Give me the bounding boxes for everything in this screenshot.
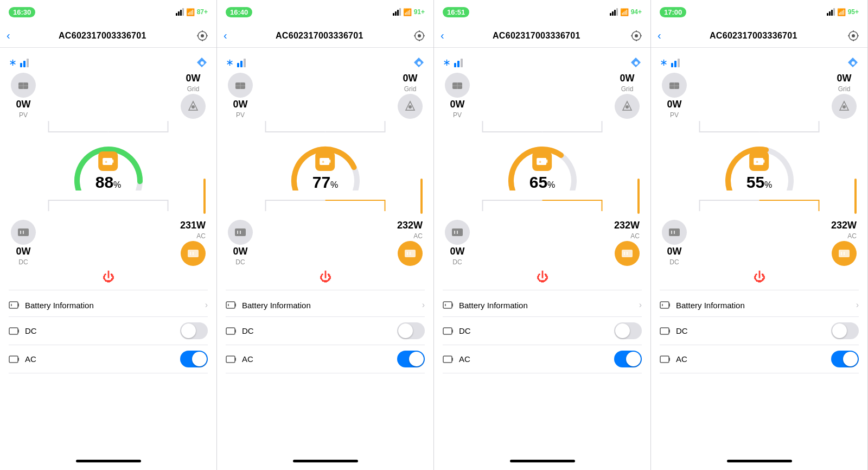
home-indicator bbox=[651, 452, 867, 470]
back-button[interactable]: ‹ bbox=[224, 29, 227, 42]
ac-toggle-knob bbox=[626, 352, 641, 366]
pv-item: 0W PV bbox=[11, 73, 36, 119]
ac-toggle-row: AC bbox=[660, 345, 859, 373]
pv-label: PV bbox=[453, 111, 462, 119]
signal-icon bbox=[393, 8, 401, 16]
back-button[interactable]: ‹ bbox=[658, 29, 661, 42]
pv-item: 0W PV bbox=[228, 73, 253, 119]
connector-top bbox=[9, 121, 208, 137]
connector-bottom bbox=[9, 195, 208, 211]
dc-toggle-icon bbox=[9, 327, 20, 335]
power-button[interactable]: ⏻ bbox=[754, 270, 765, 284]
dc-icon bbox=[11, 220, 36, 245]
svg-rect-122 bbox=[660, 356, 669, 363]
grid-icon bbox=[615, 94, 640, 119]
dc-toggle-switch[interactable] bbox=[397, 322, 425, 339]
connector-bottom bbox=[443, 195, 642, 211]
connector-bottom bbox=[226, 195, 425, 211]
grid-watts: 0W bbox=[620, 73, 635, 84]
connector-top bbox=[660, 121, 859, 137]
battery-info-row[interactable]: Battery Information › bbox=[443, 294, 642, 317]
svg-point-32 bbox=[418, 34, 421, 37]
back-button[interactable]: ‹ bbox=[441, 29, 444, 42]
diamond-icon: ⬣ bbox=[413, 56, 425, 68]
nav-title: AC602317003336701 bbox=[276, 31, 363, 41]
battery-gauge: + 77 % bbox=[285, 142, 366, 190]
phone-panel-panel4: 17:00 📶 95+ ‹ AC602317003336701 bbox=[651, 0, 868, 470]
back-button[interactable]: ‹ bbox=[7, 29, 10, 42]
nav-bar: ‹ AC602317003336701 bbox=[434, 24, 650, 48]
icons-row: ∗ ⬣ bbox=[660, 54, 859, 73]
ac-toggle-switch[interactable] bbox=[180, 351, 208, 367]
dc-icon bbox=[445, 220, 470, 245]
power-button-area: ⏻ bbox=[443, 270, 642, 284]
top-power-row: 0W PV 0W Grid bbox=[226, 73, 425, 119]
pv-watts: 0W bbox=[16, 99, 31, 110]
ac-toggle-left: AC bbox=[443, 354, 470, 364]
dc-toggle-switch[interactable] bbox=[614, 322, 642, 339]
dc-item: 0W DC bbox=[662, 220, 687, 266]
power-bar-indicator bbox=[203, 179, 206, 214]
svg-rect-56 bbox=[235, 303, 236, 307]
svg-point-1 bbox=[201, 34, 204, 37]
power-button[interactable]: ⏻ bbox=[320, 270, 331, 284]
dc-item: 0W DC bbox=[11, 220, 36, 266]
svg-rect-77 bbox=[537, 158, 546, 165]
battery-info-row[interactable]: Battery Information › bbox=[660, 294, 859, 317]
pv-icon bbox=[228, 73, 253, 98]
grid-icon bbox=[181, 94, 206, 119]
scan-button[interactable] bbox=[629, 28, 644, 43]
pv-watts: 0W bbox=[450, 99, 465, 110]
nav-bar: ‹ AC602317003336701 bbox=[217, 24, 433, 48]
dc-watts: 0W bbox=[667, 246, 682, 257]
ac-toggle-knob bbox=[409, 352, 424, 366]
battery-percent: 91+ bbox=[414, 8, 425, 16]
svg-rect-15 bbox=[103, 158, 112, 165]
signal-chart-icon bbox=[454, 58, 466, 67]
dc-toggle-icon bbox=[226, 327, 237, 335]
battery-info-row[interactable]: Battery Information › bbox=[226, 294, 425, 317]
ac-icon bbox=[832, 241, 857, 266]
battery-info-chevron: › bbox=[639, 300, 642, 310]
svg-text:+: + bbox=[539, 160, 541, 164]
ac-item: 232W AC bbox=[831, 220, 857, 266]
ac-toggle-switch[interactable] bbox=[831, 351, 859, 367]
svg-rect-27 bbox=[9, 328, 18, 334]
svg-rect-29 bbox=[9, 356, 18, 363]
grid-label: Grid bbox=[838, 85, 851, 93]
power-button[interactable]: ⏻ bbox=[103, 270, 114, 284]
battery-info-row[interactable]: Battery Information › bbox=[9, 294, 208, 317]
ac-item: 232W AC bbox=[397, 220, 423, 266]
power-bar-indicator bbox=[854, 179, 857, 214]
svg-rect-25 bbox=[18, 303, 19, 307]
scan-button[interactable] bbox=[195, 28, 210, 43]
svg-rect-30 bbox=[18, 358, 19, 361]
scan-button[interactable] bbox=[412, 28, 427, 43]
top-power-row: 0W PV 0W Grid bbox=[660, 73, 859, 119]
icons-row: ∗ ⬣ bbox=[9, 54, 208, 73]
phone-panel-panel3: 16:51 📶 94+ ‹ AC602317003336701 bbox=[434, 0, 651, 470]
battery-percent-text: 88 bbox=[95, 173, 113, 192]
svg-point-45 bbox=[409, 105, 412, 109]
battery-percent-symbol: % bbox=[764, 180, 772, 190]
dc-toggle-left: DC bbox=[226, 326, 254, 335]
grid-item: 0W Grid bbox=[181, 73, 206, 119]
status-time: 16:51 bbox=[443, 7, 469, 17]
ac-icon bbox=[615, 241, 640, 266]
svg-text:+: + bbox=[322, 160, 324, 164]
power-button[interactable]: ⏻ bbox=[537, 270, 548, 284]
battery-info-label: Battery Information bbox=[459, 301, 528, 310]
pv-icon bbox=[662, 73, 687, 98]
scan-button[interactable] bbox=[846, 28, 861, 43]
left-icons: ∗ bbox=[443, 56, 466, 68]
ac-toggle-switch[interactable] bbox=[397, 351, 425, 367]
battery-info-icon bbox=[226, 301, 237, 309]
svg-text:⬣: ⬣ bbox=[634, 61, 639, 66]
diamond-icon: ⬣ bbox=[847, 56, 859, 68]
ac-toggle-label: AC bbox=[25, 354, 36, 364]
wifi-icon: 📶 bbox=[837, 8, 846, 16]
ac-toggle-switch[interactable] bbox=[614, 351, 642, 367]
dc-toggle-switch[interactable] bbox=[831, 322, 859, 339]
signal-icon bbox=[176, 8, 184, 16]
dc-toggle-switch[interactable] bbox=[180, 322, 208, 339]
